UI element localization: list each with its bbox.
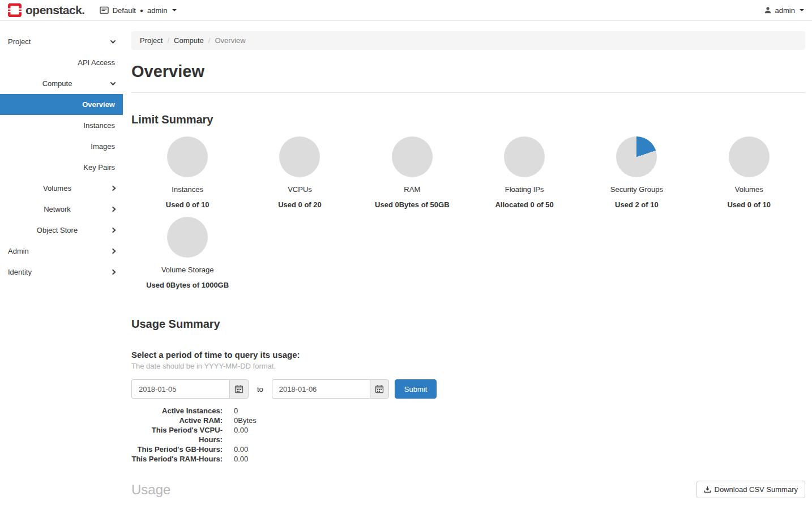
stat-row: This Period's VCPU-Hours:0.00 (131, 425, 805, 444)
chevron-down-icon (110, 38, 116, 44)
usage-table-title: Usage (131, 482, 170, 498)
limit-chart-instances: InstancesUsed 0 of 10 (131, 136, 243, 209)
pie-label: RAM (356, 185, 468, 194)
limit-chart-volume-storage: Volume StorageUsed 0Bytes of 1000GB (131, 217, 243, 289)
title-divider (131, 92, 805, 93)
brand-wordmark: openstack. (25, 3, 85, 17)
domain-icon (100, 6, 109, 14)
pie-chart-floating-ips (504, 136, 545, 177)
sidebar-item-label: Instances (83, 121, 115, 130)
sidebar-item-key-pairs[interactable]: Key Pairs (0, 157, 123, 178)
stat-row: Active Instances:0 (131, 406, 805, 416)
sidebar-item-instances[interactable]: Instances (0, 115, 123, 136)
pie-caption: Used 0 of 20 (243, 200, 356, 209)
sidebar-item-label: Images (91, 142, 115, 151)
usage-table-header-bar: Usage Download CSV Summary (131, 481, 805, 498)
context-domain: Default (113, 6, 136, 15)
date-to-calendar-button[interactable] (370, 379, 389, 399)
sidebar-item-overview[interactable]: Overview (0, 94, 123, 115)
stat-label: This Period's VCPU-Hours: (131, 425, 223, 444)
sidebar-item-label: Project (8, 37, 106, 46)
chevron-right-icon (110, 228, 116, 233)
user-icon (764, 6, 772, 14)
limit-chart-security-groups: Security GroupsUsed 2 of 10 (580, 136, 693, 209)
download-csv-label: Download CSV Summary (715, 485, 798, 494)
breadcrumb-separator: / (167, 36, 169, 45)
sidebar-item-admin[interactable]: Admin (0, 241, 123, 262)
pie-caption: Used 0 of 10 (131, 200, 243, 209)
sidebar-item-label: Overview (82, 100, 115, 109)
stat-value: 0.00 (223, 454, 248, 464)
pie-chart-security-groups (616, 136, 657, 177)
sidebar-item-label: API Access (78, 58, 115, 67)
user-menu-label: admin (775, 6, 795, 15)
download-csv-button[interactable]: Download CSV Summary (696, 481, 805, 498)
breadcrumb-item-project[interactable]: Project (140, 36, 163, 45)
limit-chart-ram: RAMUsed 0Bytes of 50GB (356, 136, 468, 209)
openstack-brand[interactable]: openstack. (8, 3, 85, 17)
breadcrumb: Project/Compute/Overview (131, 31, 805, 50)
sidebar-item-object-store[interactable]: Object Store (0, 220, 123, 241)
sidebar-item-api-access[interactable]: API Access (0, 52, 123, 73)
pie-chart-ram (392, 136, 433, 177)
date-to-input[interactable] (272, 379, 370, 399)
pie-caption: Used 2 of 10 (580, 200, 693, 209)
main-content: Project/Compute/Overview Overview Limit … (123, 21, 812, 509)
breadcrumb-item-compute[interactable]: Compute (174, 36, 204, 45)
pie-chart-instances (167, 136, 208, 177)
date-range-form: to (131, 379, 805, 399)
top-header: openstack. Default ● admin admin (0, 0, 812, 21)
usage-summary-heading: Usage Summary (131, 318, 805, 331)
sidebar-item-compute[interactable]: Compute (0, 73, 123, 94)
date-from-calendar-button[interactable] (229, 379, 249, 399)
download-icon (704, 486, 711, 493)
breadcrumb-separator: / (208, 36, 211, 45)
chevron-right-icon (110, 207, 116, 212)
stat-label: Active RAM: (131, 416, 223, 425)
user-menu[interactable]: admin (764, 6, 804, 15)
pie-chart-volume-storage (167, 217, 208, 258)
chevron-right-icon (110, 186, 116, 191)
sidebar-item-volumes[interactable]: Volumes (0, 178, 123, 199)
sidebar-item-label: Object Store (8, 226, 106, 234)
date-from-group (131, 379, 249, 399)
chevron-right-icon (110, 249, 116, 254)
sidebar-item-label: Compute (8, 79, 106, 88)
pie-caption: Used 0Bytes of 1000GB (131, 281, 243, 289)
limit-summary-charts: InstancesUsed 0 of 10VCPUsUsed 0 of 20RA… (131, 136, 805, 297)
project-context-switcher[interactable]: Default ● admin (100, 6, 177, 15)
calendar-icon (375, 384, 384, 393)
to-label: to (257, 385, 263, 393)
context-separator-dot: ● (140, 7, 143, 14)
pie-label: Security Groups (580, 185, 693, 194)
period-hint: The date should be in YYYY-MM-DD format. (131, 362, 805, 370)
usage-stats: Active Instances:0Active RAM:0BytesThis … (131, 406, 805, 464)
stat-value: 0.00 (223, 444, 248, 454)
page-title: Overview (131, 62, 805, 81)
sidebar-item-label: Network (8, 205, 106, 213)
sidebar-item-label: Admin (8, 247, 106, 255)
breadcrumb-item-overview: Overview (215, 36, 245, 45)
limit-chart-vcpus: VCPUsUsed 0 of 20 (243, 136, 356, 209)
sidebar-item-images[interactable]: Images (0, 136, 123, 157)
sidebar-item-project[interactable]: Project (0, 31, 123, 52)
chevron-right-icon (110, 270, 116, 275)
pie-label: VCPUs (243, 185, 356, 194)
sidebar-item-label: Volumes (8, 184, 106, 193)
stat-label: This Period's GB-Hours: (131, 444, 223, 454)
stat-label: This Period's RAM-Hours: (131, 454, 223, 464)
sidebar-item-network[interactable]: Network (0, 199, 123, 220)
pie-caption: Used 0 of 10 (693, 200, 805, 209)
pie-chart-vcpus (279, 136, 320, 177)
stat-row: This Period's GB-Hours:0.00 (131, 444, 805, 454)
limit-summary-heading: Limit Summary (131, 113, 805, 126)
stat-value: 0Bytes (223, 416, 257, 425)
stat-label: Active Instances: (131, 406, 223, 416)
openstack-logo-icon (8, 3, 22, 17)
sidebar-item-label: Identity (8, 268, 106, 276)
sidebar: ProjectAPI AccessComputeOverviewInstance… (0, 21, 123, 509)
sidebar-item-identity[interactable]: Identity (0, 262, 123, 283)
date-from-input[interactable] (131, 379, 229, 399)
context-project: admin (147, 6, 167, 15)
submit-button[interactable]: Submit (395, 379, 437, 399)
